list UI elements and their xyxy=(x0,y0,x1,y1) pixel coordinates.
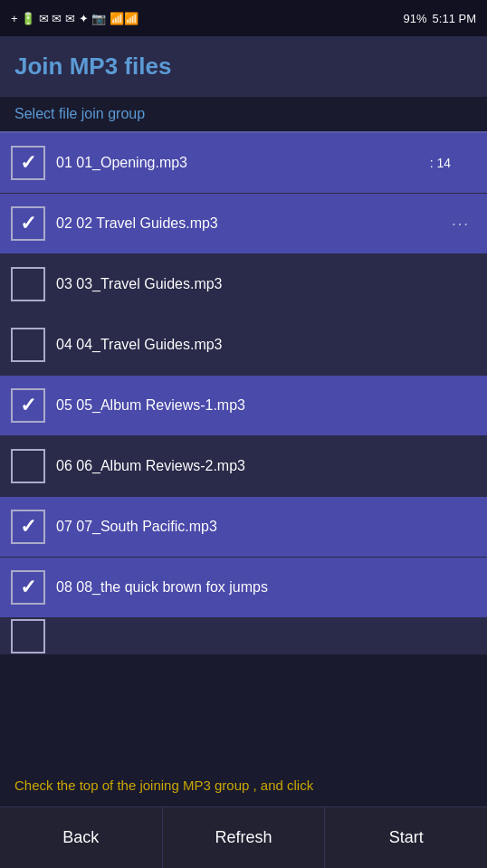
checkbox[interactable]: ✓ xyxy=(11,146,45,180)
checkmark-icon: ✓ xyxy=(20,151,36,175)
back-button[interactable]: Back xyxy=(0,807,163,868)
checkmark-icon: ✓ xyxy=(20,576,36,599)
checkmark-icon: ✓ xyxy=(20,515,36,539)
bottom-buttons: Back Refresh Start xyxy=(0,806,487,868)
header: Join MP3 files xyxy=(0,36,487,97)
file-name: 03 03_Travel Guides.mp3 xyxy=(56,276,476,292)
list-item[interactable]: ✓01 01_Opening.mp3: 14 xyxy=(0,133,487,194)
time-badge: : 14 xyxy=(430,156,451,170)
subheader-text: Select file join group xyxy=(14,106,145,121)
list-item[interactable]: ✓05 05_Album Reviews-1.mp3 xyxy=(0,376,487,436)
file-list: ✓01 01_Opening.mp3: 14✓02 02 Travel Guid… xyxy=(0,133,487,654)
notification-icons: + 🔋 ✉ ✉ ✉ ✦ 📷 📶📶 xyxy=(11,12,138,25)
status-bar: + 🔋 ✉ ✉ ✉ ✦ 📷 📶📶 91% 5:11 PM xyxy=(0,0,487,36)
checkmark-icon: ✓ xyxy=(20,212,36,235)
checkmark-icon: ✓ xyxy=(20,394,36,417)
time-text: 5:11 PM xyxy=(433,12,476,25)
list-item-partial xyxy=(0,618,487,654)
page-title: Join MP3 files xyxy=(14,52,171,80)
checkbox[interactable]: ✓ xyxy=(11,510,45,544)
hint-bar: Check the top of the joining MP3 group ,… xyxy=(0,765,487,806)
list-item[interactable]: ✓08 08_the quick brown fox jumps xyxy=(0,558,487,618)
file-name: 07 07_South Pacific.mp3 xyxy=(56,519,476,535)
checkbox[interactable] xyxy=(11,449,45,483)
back-label: Back xyxy=(62,828,99,847)
checkbox[interactable]: ✓ xyxy=(11,388,45,423)
file-name: 02 02 Travel Guides.mp3 xyxy=(56,215,444,232)
hint-text: Check the top of the joining MP3 group ,… xyxy=(14,777,313,793)
status-bar-left: + 🔋 ✉ ✉ ✉ ✦ 📷 📶📶 xyxy=(11,12,398,25)
file-name: 06 06_Album Reviews-2.mp3 xyxy=(56,458,476,474)
start-button[interactable]: Start xyxy=(325,807,487,868)
battery-text: 91% xyxy=(404,12,427,25)
list-item[interactable]: ✓07 07_South Pacific.mp3 xyxy=(0,497,487,558)
file-name: 08 08_the quick brown fox jumps xyxy=(56,579,476,596)
more-options-icon[interactable]: ⋯ xyxy=(444,209,476,238)
file-name: 04 04_Travel Guides.mp3 xyxy=(56,337,476,353)
list-item[interactable]: 06 06_Album Reviews-2.mp3 xyxy=(0,436,487,497)
refresh-label: Refresh xyxy=(215,828,272,847)
file-name: 05 05_Album Reviews-1.mp3 xyxy=(56,397,476,414)
checkbox-partial xyxy=(11,619,45,653)
list-item[interactable]: 04 04_Travel Guides.mp3 xyxy=(0,315,487,376)
refresh-button[interactable]: Refresh xyxy=(163,807,326,868)
file-name: 01 01_Opening.mp3 xyxy=(56,155,476,171)
checkbox[interactable] xyxy=(11,328,45,362)
list-item[interactable]: 03 03_Travel Guides.mp3 xyxy=(0,254,487,315)
subheader: Select file join group xyxy=(0,97,487,133)
start-label: Start xyxy=(389,828,424,847)
checkbox[interactable]: ✓ xyxy=(11,206,45,241)
checkbox[interactable] xyxy=(11,267,45,301)
checkbox[interactable]: ✓ xyxy=(11,570,45,605)
list-item[interactable]: ✓02 02 Travel Guides.mp3⋯ xyxy=(0,194,487,254)
